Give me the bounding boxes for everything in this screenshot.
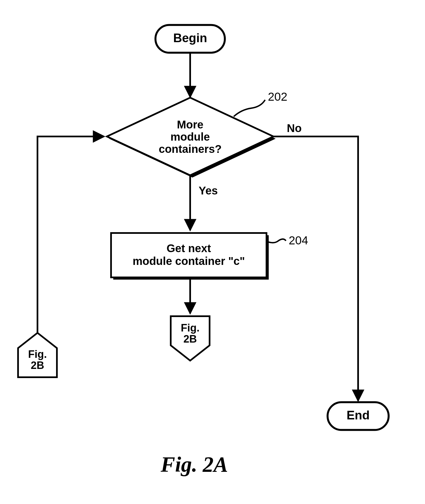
edge-label-no: No: [287, 122, 301, 134]
offpage-connector-loop: Fig. 2B: [18, 333, 57, 377]
decision-line3: containers?: [159, 143, 222, 155]
offpage-down-line1: Fig.: [181, 322, 200, 334]
decision-line2: module: [170, 131, 210, 143]
end-label: End: [346, 408, 369, 422]
begin-label: Begin: [173, 31, 207, 45]
figure-caption: Fig. 2A: [160, 452, 228, 476]
node-decision-more-module-containers: More module containers?: [107, 98, 276, 178]
process-line1: Get next: [167, 242, 211, 254]
offpage-loop-line2: 2B: [31, 359, 44, 371]
node-begin: Begin: [155, 25, 225, 53]
flowchart-fig-2a: Begin More module containers? 202 No End…: [0, 0, 425, 504]
decision-line1: More: [177, 118, 203, 131]
process-line2: module container "c": [133, 255, 245, 267]
offpage-down-line2: 2B: [183, 333, 197, 345]
edge-yes-to-process: Yes: [190, 175, 218, 230]
edge-label-yes: Yes: [199, 184, 218, 197]
ref-204: 204: [266, 234, 308, 247]
ref-202: 202: [234, 90, 287, 116]
ref-202-label: 202: [268, 90, 287, 103]
node-process-get-next-container: Get next module container "c": [111, 233, 269, 280]
node-end: End: [328, 402, 389, 430]
ref-204-label: 204: [289, 234, 308, 247]
edge-loop-back-to-decision: [37, 136, 104, 333]
offpage-loop-line1: Fig.: [28, 348, 47, 360]
offpage-connector-down: Fig. 2B: [171, 316, 210, 361]
edge-no-to-end: No: [273, 122, 358, 401]
